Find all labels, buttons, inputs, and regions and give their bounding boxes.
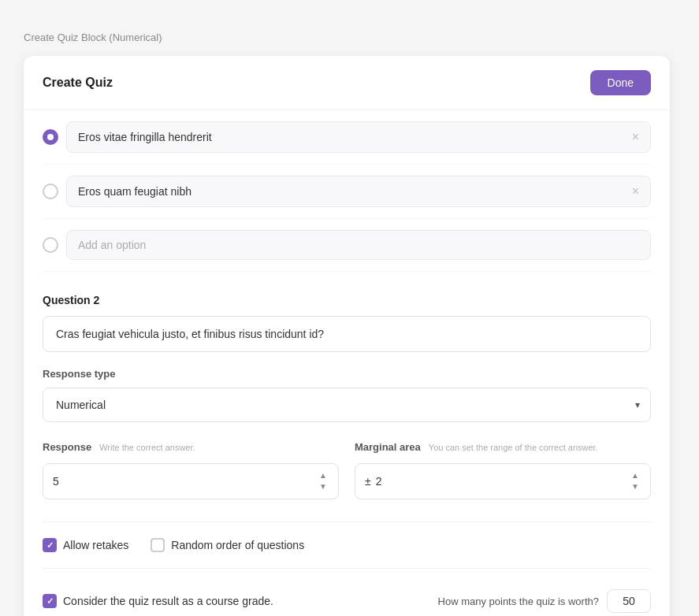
grade-row: Consider the quiz result as a course gra… [43,584,651,613]
settings-row: Allow retakes Random order of questions [43,538,651,552]
response-up-btn[interactable]: ▲ [318,471,329,481]
random-order-item[interactable]: Random order of questions [151,538,304,552]
response-value: 5 [53,475,59,488]
marginal-value: ± 2 [365,475,381,488]
option-row-2: Eros quam feugiat nibh × [43,165,651,219]
points-input[interactable] [607,589,651,613]
option-text-2: Eros quam feugiat nibh × [66,176,651,207]
option-row-1: Eros vitae fringilla hendrerit × [43,110,651,165]
consider-grade-label: Consider the quiz result as a course gra… [63,595,273,607]
question2-label: Question 2 [43,294,651,306]
close-icon-2[interactable]: × [632,184,639,199]
add-option-input[interactable]: Add an option [66,230,651,260]
response-down-btn[interactable]: ▼ [318,482,329,492]
allow-retakes-label: Allow retakes [63,539,128,551]
consider-grade-checkbox[interactable] [43,594,57,608]
close-icon-1[interactable]: × [632,130,639,144]
allow-retakes-checkbox[interactable] [43,538,57,552]
radio-1[interactable] [43,129,58,145]
marginal-down-btn[interactable]: ▼ [630,482,641,492]
response-hint: Write the correct answer. [99,443,195,452]
option-row-3: Add an option [43,219,651,272]
response-type-label: Response type [43,368,651,380]
card-title: Create Quiz [43,76,113,90]
radio-2[interactable] [43,184,58,199]
response-type-select[interactable]: Numerical [43,388,651,422]
done-button[interactable]: Done [590,70,651,95]
radio-3[interactable] [43,237,58,253]
response-label: Response [43,441,91,453]
points-label: How many points the quiz is worth? [438,596,599,607]
marginal-up-btn[interactable]: ▲ [630,471,641,481]
marginal-label: Marginal area [355,441,421,453]
allow-retakes-item[interactable]: Allow retakes [43,538,128,552]
marginal-input: ± 2 ▲ ▼ [355,463,651,499]
page-title: Create Quiz Block (Numerical) [24,32,675,43]
random-order-checkbox[interactable] [151,538,165,552]
marginal-hint: You can set the range of the correct ans… [429,443,598,452]
option-text-1: Eros vitae fringilla hendrerit × [66,121,651,153]
question2-input[interactable] [43,316,651,352]
quiz-card: Create Quiz Done Eros vitae fringilla he… [24,56,670,616]
random-order-label: Random order of questions [171,539,304,551]
response-input: 5 ▲ ▼ [43,463,339,499]
card-header: Create Quiz Done [24,56,670,110]
